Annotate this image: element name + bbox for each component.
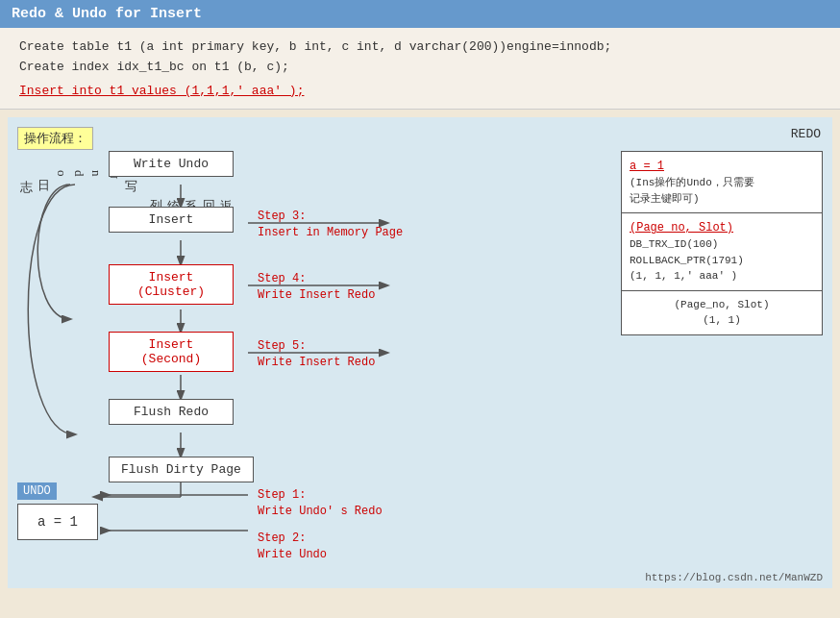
ops-label: 操作流程： (17, 127, 93, 150)
code-line-2: Create index idx_t1_bc on t1 (b, c); (19, 58, 821, 78)
insert-second-label: Insert(Second) (109, 332, 234, 372)
step5-label: Step 5:Write Insert Redo (258, 338, 375, 371)
redo-row-1: a = 1 (Ins操作的Undo，只需要记录主键即可) (622, 152, 822, 213)
page-container: Redo & Undo for Insert Create table t1 (… (0, 0, 840, 618)
redo-row-3: (Page_no, Slot)(1, 1) (622, 291, 822, 334)
write-undo-box: Write Undo (109, 151, 234, 177)
redo-row3-text: (Page_no, Slot)(1, 1) (630, 297, 814, 329)
insert-box: Insert (109, 207, 234, 233)
step4-text: Step 4:Write Insert Redo (258, 271, 375, 304)
insert-second-box: Insert(Second) (109, 332, 234, 372)
undo-section: UNDO a = 1 (17, 482, 98, 540)
redo-row2-text: DB_TRX_ID(100)ROLLBACK_PTR(1791)(1, 1, 1… (630, 236, 814, 284)
redo-row-2: (Page_no, Slot) DB_TRX_ID(100)ROLLBACK_P… (622, 213, 822, 291)
step5-text: Step 5:Write Insert Redo (258, 338, 375, 371)
step2-text: Step 2:Write Undo (258, 531, 327, 563)
step4-label: Step 4:Write Insert Redo (258, 271, 375, 304)
left-arrows-svg (8, 165, 85, 492)
step3-text: Step 3:Insert in Memory Page (258, 209, 403, 241)
title-bar: Redo & Undo for Insert (0, 0, 840, 28)
flush-redo-label: Flush Redo (109, 399, 234, 425)
redo-label-top: REDO (791, 127, 821, 141)
flush-dirty-label: Flush Dirty Page (109, 457, 254, 482)
redo-row2-underline: (Page_no, Slot) (630, 219, 814, 236)
redo-row1-underline: a = 1 (630, 158, 814, 175)
step1-text: Step 1:Write Undo' s Redo (258, 487, 383, 520)
watermark: https://blog.csdn.net/ManWZD (645, 572, 823, 583)
write-undo-label: Write Undo (109, 151, 234, 177)
code-section: Create table t1 (a int primary key, b in… (0, 28, 840, 110)
insert-cluster-box: Insert(Cluster) (109, 264, 234, 305)
flush-dirty-box: Flush Dirty Page (109, 457, 254, 482)
undo-box-value: a = 1 (37, 514, 78, 530)
redo-row1-text: (Ins操作的Undo，只需要记录主键即可) (630, 175, 814, 207)
undo-box: a = 1 (17, 504, 98, 540)
title-text: Redo & Undo for Insert (12, 6, 202, 22)
redo-panel: a = 1 (Ins操作的Undo，只需要记录主键即可) (Page_no, S… (621, 151, 823, 335)
code-line-1: Create table t1 (a int primary key, b in… (19, 37, 821, 58)
flush-redo-box: Flush Redo (109, 399, 234, 425)
insert-cluster-label: Insert(Cluster) (109, 264, 234, 305)
insert-label: Insert (109, 207, 234, 233)
step2-label: Step 2:Write Undo (258, 531, 327, 563)
undo-label: UNDO (17, 482, 57, 500)
code-line-3: Insert into t1 values (1,1,1,' aaa' ); (19, 84, 304, 98)
diagram-area: 操作流程： REDO a = 1 (Ins操作的Undo，只需要记录主键即可) … (8, 117, 832, 588)
step1-label: Step 1:Write Undo' s Redo (258, 487, 383, 520)
step3-label: Step 3:Insert in Memory Page (258, 209, 403, 241)
